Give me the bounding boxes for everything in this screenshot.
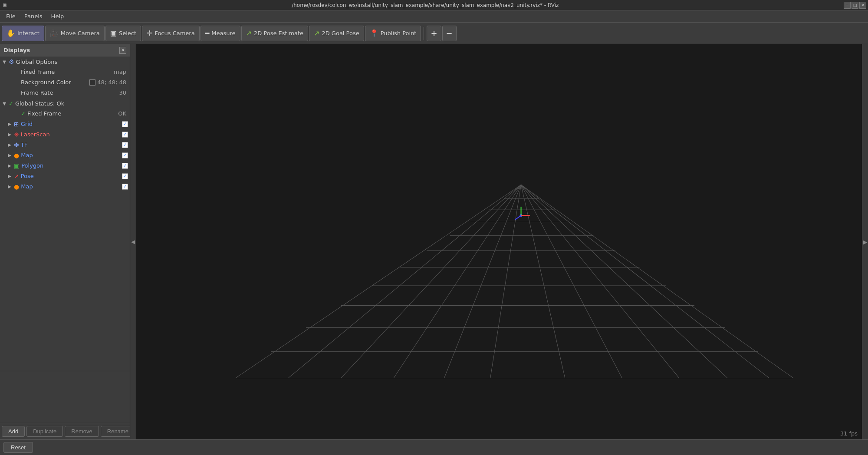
- gs-fixed-frame-label: Fixed Frame: [27, 110, 116, 117]
- displays-title: Displays: [3, 47, 30, 53]
- pose-item[interactable]: ▶ ↗ Pose ✓: [0, 171, 130, 181]
- statusbar: Reset: [0, 439, 868, 455]
- fixed-frame-value: map: [114, 69, 128, 75]
- laserscan-expand[interactable]: ▶: [7, 132, 12, 137]
- app-logo: ▣: [0, 3, 7, 7]
- right-panel-handle[interactable]: ▶: [862, 44, 868, 439]
- move-camera-button[interactable]: 🎥 Move Camera: [45, 26, 105, 41]
- displays-lower-panel: [0, 371, 130, 423]
- close-button[interactable]: ✕: [859, 2, 866, 9]
- maximize-button[interactable]: □: [852, 2, 858, 9]
- global-status-check-icon: ✓: [9, 100, 13, 107]
- laserscan-item[interactable]: ▶ ✳ LaserScan ✓: [0, 129, 130, 140]
- displays-tree[interactable]: ▼ ⚙ Global Options Fixed Frame map Backg…: [0, 56, 130, 371]
- titlebar: ▣ /home/rosdev/colcon_ws/install/unity_s…: [0, 0, 868, 10]
- grid-icon: ⊞: [14, 121, 19, 128]
- panel-collapse-handle[interactable]: ◀: [130, 44, 136, 439]
- tf-item[interactable]: ▶ ✤ TF ✓: [0, 140, 130, 150]
- tf-expand[interactable]: ▶: [7, 142, 12, 147]
- grid-checkbox[interactable]: ✓: [122, 121, 128, 127]
- svg-line-19: [521, 185, 622, 378]
- rename-button[interactable]: Rename: [101, 426, 130, 437]
- pose-estimate-icon: ↗: [246, 29, 252, 37]
- pose-checkbox[interactable]: ✓: [122, 173, 128, 179]
- pose-expand[interactable]: ▶: [7, 174, 12, 178]
- grid-label: Grid: [21, 121, 120, 127]
- measure-button[interactable]: ━ Measure: [201, 26, 240, 41]
- svg-line-21: [521, 185, 727, 378]
- interact-button[interactable]: ✋ Interact: [2, 26, 44, 41]
- svg-line-16: [444, 185, 521, 378]
- map2-expand[interactable]: ▶: [7, 184, 12, 189]
- goal-pose-button[interactable]: ↗ 2D Goal Pose: [309, 26, 364, 41]
- menu-file[interactable]: File: [2, 11, 20, 21]
- global-options-section[interactable]: ▼ ⚙ Global Options: [0, 56, 130, 67]
- tf-label: TF: [21, 142, 120, 148]
- global-status-fixed-frame-item[interactable]: ✓ Fixed Frame OK: [0, 109, 130, 119]
- select-button[interactable]: ▣ Select: [105, 26, 141, 41]
- global-status-section[interactable]: ▼ ✓ Global Status: Ok: [0, 98, 130, 109]
- background-color-label: Background Color: [21, 79, 88, 86]
- global-options-label: Global Options: [16, 59, 128, 65]
- 3d-viewport[interactable]: .grid-line { stroke: #555; stroke-width:…: [136, 44, 862, 439]
- map1-icon: ●: [14, 152, 19, 159]
- interact-label: Interact: [17, 30, 39, 36]
- map1-item[interactable]: ▶ ● Map ✓: [0, 150, 130, 161]
- background-color-item[interactable]: Background Color 48; 48; 48: [0, 77, 130, 88]
- remove-button[interactable]: Remove: [65, 426, 99, 437]
- grid-visualization: .grid-line { stroke: #555; stroke-width:…: [136, 44, 862, 439]
- publish-point-icon: 📍: [370, 29, 378, 37]
- polygon-checkbox[interactable]: ✓: [122, 163, 128, 169]
- polygon-icon: ▣: [14, 162, 20, 169]
- svg-line-12: [236, 185, 521, 378]
- interact-icon: ✋: [7, 29, 15, 37]
- global-options-expand[interactable]: ▼: [2, 59, 7, 64]
- fixed-frame-item[interactable]: Fixed Frame map: [0, 67, 130, 77]
- menu-panels[interactable]: Panels: [20, 11, 47, 21]
- measure-icon: ━: [205, 29, 210, 37]
- gs-fixed-frame-value: OK: [118, 110, 128, 117]
- frame-rate-item[interactable]: Frame Rate 30: [0, 88, 130, 98]
- global-status-expand[interactable]: ▼: [2, 101, 7, 106]
- map2-checkbox[interactable]: ✓: [122, 184, 128, 190]
- svg-line-23: [521, 185, 793, 378]
- goal-pose-label: 2D Goal Pose: [322, 30, 359, 36]
- publish-point-button[interactable]: 📍 Publish Point: [365, 26, 421, 41]
- laserscan-checkbox[interactable]: ✓: [122, 132, 128, 138]
- pose-label: Pose: [21, 173, 120, 179]
- grid-expand[interactable]: ▶: [7, 122, 12, 126]
- fps-counter: 31 fps: [840, 430, 858, 437]
- menu-help[interactable]: Help: [47, 11, 69, 21]
- map2-label: Map: [21, 183, 120, 190]
- duplicate-button[interactable]: Duplicate: [26, 426, 63, 437]
- reset-button[interactable]: Reset: [3, 442, 33, 453]
- background-color-swatch[interactable]: [89, 79, 95, 86]
- gs-fixed-frame-check-icon: ✓: [21, 110, 26, 117]
- measure-label: Measure: [211, 30, 235, 36]
- map1-expand[interactable]: ▶: [7, 153, 12, 158]
- polygon-item[interactable]: ▶ ▣ Polygon ✓: [0, 161, 130, 171]
- focus-camera-button[interactable]: ✛ Focus Camera: [142, 26, 200, 41]
- tf-checkbox[interactable]: ✓: [122, 142, 128, 148]
- displays-buttons: Add Duplicate Remove Rename: [0, 423, 130, 439]
- background-color-value: 48; 48; 48: [89, 79, 128, 86]
- move-camera-icon: 🎥: [50, 29, 59, 37]
- map1-checkbox[interactable]: ✓: [122, 152, 128, 158]
- polygon-label: Polygon: [21, 162, 120, 169]
- frame-rate-value: 30: [119, 89, 128, 96]
- minus-button[interactable]: −: [442, 26, 457, 41]
- displays-close-button[interactable]: ✕: [119, 47, 126, 54]
- frame-rate-label: Frame Rate: [21, 89, 117, 96]
- menubar: File Panels Help: [0, 10, 868, 23]
- grid-item[interactable]: ▶ ⊞ Grid ✓: [0, 119, 130, 129]
- map2-icon: ●: [14, 183, 19, 190]
- move-camera-label: Move Camera: [61, 30, 100, 36]
- global-status-label: Global Status: Ok: [15, 100, 128, 107]
- add-display-button[interactable]: +: [427, 26, 441, 41]
- add-button[interactable]: Add: [2, 426, 25, 437]
- polygon-expand[interactable]: ▶: [7, 163, 12, 168]
- svg-line-13: [289, 185, 521, 378]
- minimize-button[interactable]: ─: [844, 2, 851, 9]
- map2-item[interactable]: ▶ ● Map ✓: [0, 181, 130, 192]
- pose-estimate-button[interactable]: ↗ 2D Pose Estimate: [241, 26, 308, 41]
